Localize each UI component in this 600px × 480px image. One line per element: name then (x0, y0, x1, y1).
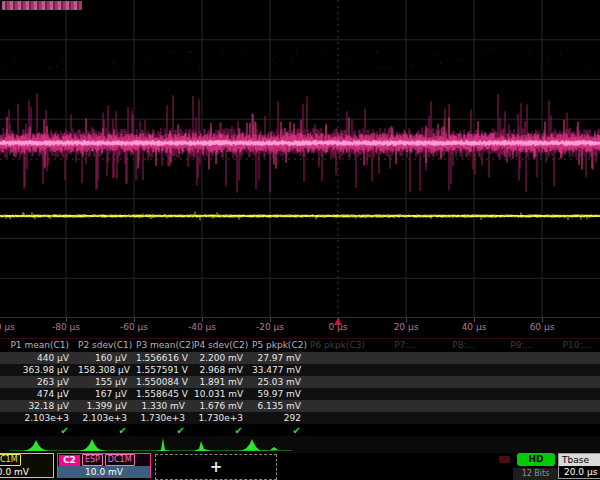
measure-cell-min-p9 (484, 376, 542, 388)
measure-cell-sdev-p3: 1.330 mV (136, 400, 194, 412)
measure-cell-max-p7 (368, 388, 426, 400)
measure-cell-mean-p9 (484, 364, 542, 376)
param-header-p1[interactable]: P1 mean(C1) (0, 339, 78, 352)
histicon-strip (0, 436, 600, 453)
time-axis-label: -20 µs (256, 322, 284, 332)
measure-cell-num-p8 (426, 412, 484, 424)
histicon-p5 (238, 439, 278, 451)
measure-cell-mean-p8 (426, 364, 484, 376)
c2-badge: C2 (59, 455, 80, 466)
measure-cell-min-p5: 25.03 mV (252, 376, 310, 388)
measure-cell-min-p3: 1.550084 V (136, 376, 194, 388)
param-header-p10[interactable]: P10:... (542, 339, 600, 352)
param-header-p6[interactable]: P6 pkpk(C3) (310, 339, 368, 352)
measure-cell-mean-p4: 2.968 mV (194, 364, 252, 376)
measure-row-num: 2.103e+32.103e+31.730e+31.730e+3292 (0, 412, 600, 424)
param-header-p5[interactable]: P5 pkpk(C2) (252, 339, 310, 352)
timebase-value: 20.0 µs (559, 466, 600, 478)
measure-row-sdev: 32.18 µV1.399 µV1.330 mV1.676 mV6.135 mV (0, 400, 600, 412)
waveform-layer (0, 0, 600, 336)
trace-annotation-label (2, 1, 82, 10)
measure-cell-mean-p3: 1.557591 V (136, 364, 194, 376)
measure-cell-max-p8 (426, 388, 484, 400)
graticule-area (0, 0, 600, 336)
time-axis-label: -80 µs (52, 322, 80, 332)
measure-cell-num-p1: 2.103e+3 (0, 412, 78, 424)
measure-cell-sdev-p7 (368, 400, 426, 412)
measure-cell-max-p2: 167 µV (78, 388, 136, 400)
param-header-p8[interactable]: P8:... (426, 339, 484, 352)
measure-cell-num-p2: 2.103e+3 (78, 412, 136, 424)
trigger-position-marker[interactable] (334, 318, 342, 325)
param-header-p4[interactable]: P4 sdev(C2) (194, 339, 252, 352)
param-header-p2[interactable]: P2 sdev(C1) (78, 339, 136, 352)
measure-cell-mean-p1: 363.98 µV (0, 364, 78, 376)
measure-cell-num-p3: 1.730e+3 (136, 412, 194, 424)
channel-c1-descriptor[interactable]: C1 DC1M 10.0 mV (0, 453, 54, 478)
measure-cell-min-p1: 263 µV (0, 376, 78, 388)
measure-cell-sdev-p1: 32.18 µV (0, 400, 78, 412)
time-axis-label: -40 µs (188, 322, 216, 332)
resolution-bits-label: 12 Bits (513, 468, 558, 480)
measure-cell-max-p4: 10.031 mV (194, 388, 252, 400)
timebase-label: Tbase (559, 454, 600, 466)
measure-cell-sdev-p2: 1.399 µV (78, 400, 136, 412)
measure-cell-value-p6 (310, 352, 368, 364)
c1-coupling-chip: DC1M (0, 454, 21, 466)
measure-cell-num-p7 (368, 412, 426, 424)
measure-cell-num-p10 (542, 412, 600, 424)
measure-row-value: 440 µV160 µV1.556616 V2.200 mV27.97 mV (0, 352, 600, 364)
measure-cell-mean-p2: 158.308 µV (78, 364, 136, 376)
histicon-p4 (194, 441, 212, 451)
measure-cell-min-p6 (310, 376, 368, 388)
measurement-table: P1 mean(C1)P2 sdev(C1)P3 mean(C2)P4 sdev… (0, 338, 600, 437)
measure-cell-sdev-p8 (426, 400, 484, 412)
hd-mode-badge[interactable]: HD (517, 453, 555, 466)
measure-cell-sdev-p6 (310, 400, 368, 412)
measure-header-row: P1 mean(C1)P2 sdev(C1)P3 mean(C2)P4 sdev… (0, 339, 600, 352)
measure-cell-max-p3: 1.558645 V (136, 388, 194, 400)
timebase-descriptor[interactable]: Tbase 20.0 µs (558, 453, 600, 479)
measure-cell-min-p4: 1.891 mV (194, 376, 252, 388)
measure-cell-min-p10 (542, 376, 600, 388)
measure-cell-min-p2: 155 µV (78, 376, 136, 388)
time-axis: -100 µs-80 µs-60 µs-40 µs-20 µs0 µs20 µs… (0, 318, 600, 336)
measure-cell-mean-p10 (542, 364, 600, 376)
time-axis-label: 20 µs (394, 322, 419, 332)
c2-esp-chip: ESP (82, 454, 103, 466)
param-header-p9[interactable]: P9:... (484, 339, 542, 352)
param-header-p7[interactable]: P7:... (368, 339, 426, 352)
measure-cell-max-p5: 59.97 mV (252, 388, 310, 400)
measure-cell-value-p3: 1.556616 V (136, 352, 194, 364)
measure-row-mean: 363.98 µV158.308 µV1.557591 V2.968 mV33.… (0, 364, 600, 376)
oscilloscope-screen: -100 µs-80 µs-60 µs-40 µs-20 µs0 µs20 µs… (0, 0, 600, 480)
time-axis-label: -60 µs (120, 322, 148, 332)
measure-cell-value-p5: 27.97 mV (252, 352, 310, 364)
histicon-p1 (22, 440, 50, 451)
time-axis-label: -100 µs (0, 322, 15, 332)
measure-cell-mean-p5: 33.477 mV (252, 364, 310, 376)
add-trace-button[interactable]: + (155, 454, 277, 480)
measure-cell-value-p1: 440 µV (0, 352, 78, 364)
channel-c2-descriptor[interactable]: C2 ESP DC1M 10.0 mV (57, 453, 151, 478)
measure-cell-min-p8 (426, 376, 484, 388)
measure-cell-mean-p7 (368, 364, 426, 376)
measure-cell-max-p9 (484, 388, 542, 400)
dim-indicator-box (499, 456, 510, 463)
measure-cell-min-p7 (368, 376, 426, 388)
c2-coupling-chip: DC1M (105, 454, 135, 466)
measure-cell-value-p4: 2.200 mV (194, 352, 252, 364)
measure-cell-sdev-p5: 6.135 mV (252, 400, 310, 412)
measure-cell-value-p9 (484, 352, 542, 364)
histicon-p3 (156, 438, 170, 451)
measure-cell-num-p9 (484, 412, 542, 424)
measure-cell-sdev-p10 (542, 400, 600, 412)
time-axis-label: 60 µs (530, 322, 555, 332)
measure-row-max: 474 µV167 µV1.558645 V10.031 mV59.97 mV (0, 388, 600, 400)
measure-cell-value-p8 (426, 352, 484, 364)
measure-cell-mean-p6 (310, 364, 368, 376)
measure-cell-value-p2: 160 µV (78, 352, 136, 364)
measure-cell-max-p1: 474 µV (0, 388, 78, 400)
time-axis-label: 40 µs (462, 322, 487, 332)
param-header-p3[interactable]: P3 mean(C2) (136, 339, 194, 352)
